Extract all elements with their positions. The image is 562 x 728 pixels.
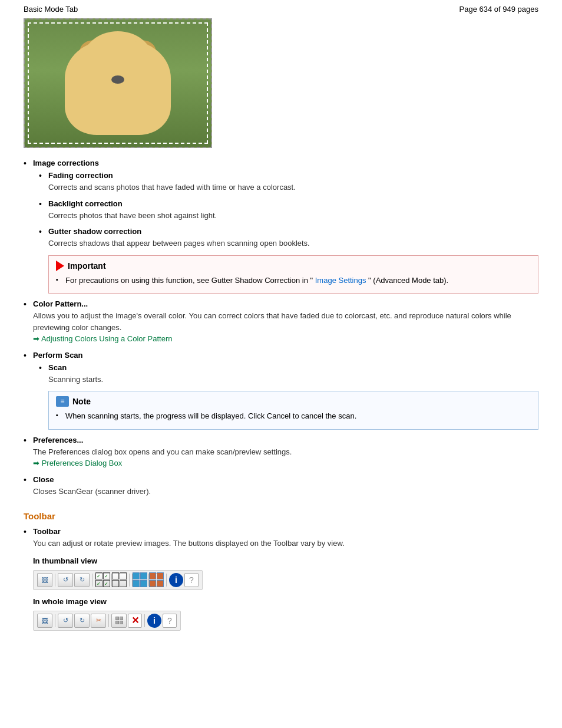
color-pattern-desc: Allows you to adjust the image's overall… bbox=[33, 310, 538, 345]
close-label: Close bbox=[33, 475, 54, 484]
color-pattern-item: Color Pattern... Allows you to adjust th… bbox=[24, 299, 538, 345]
tb-wi-sep-1 bbox=[55, 614, 55, 627]
thumbnail-view-label: In thumbnail view bbox=[33, 556, 538, 565]
toolbar-item: Toolbar You can adjust or rotate preview… bbox=[24, 527, 538, 631]
perform-scan-label: Perform Scan bbox=[33, 351, 83, 360]
tb-sep-4 bbox=[166, 574, 167, 587]
close-desc: Closes ScanGear (scanner driver). bbox=[33, 486, 538, 498]
preferences-label: Preferences... bbox=[33, 436, 83, 444]
tb-sep-2 bbox=[92, 574, 92, 587]
tb-wi-help-btn[interactable]: ? bbox=[163, 614, 177, 628]
scan-desc: Scanning starts. bbox=[48, 374, 538, 386]
gutter-correction-item: Gutter shadow correction Corrects shadow… bbox=[39, 227, 538, 294]
note-box: Note When scanning starts, the progress … bbox=[48, 391, 538, 430]
page-number: Page 634 of 949 pages bbox=[459, 5, 538, 14]
tb-help-btn[interactable]: ? bbox=[184, 573, 199, 587]
fading-desc: Corrects and scans photos that have fade… bbox=[48, 182, 538, 193]
fading-correction-item: Fading correction Corrects and scans pho… bbox=[39, 171, 538, 193]
preferences-item: Preferences... The Preferences dialog bo… bbox=[24, 436, 538, 469]
selection-border bbox=[28, 22, 208, 144]
image-corrections-label: Image corrections bbox=[33, 159, 99, 167]
tb-sep-3 bbox=[129, 574, 130, 587]
backlight-label: Backlight correction bbox=[48, 199, 123, 208]
backlight-correction-item: Backlight correction Corrects photos tha… bbox=[39, 199, 538, 222]
tb-wi-delete-btn[interactable]: ✕ bbox=[128, 614, 142, 628]
tb-wi-grid-btn[interactable] bbox=[111, 614, 127, 628]
main-list: Image corrections Fading correction Corr… bbox=[24, 159, 538, 497]
preferences-desc: The Preferences dialog box opens and you… bbox=[33, 446, 538, 469]
important-text-after: " (Advanced Mode tab). bbox=[368, 276, 448, 285]
tb-wi-scan-btn[interactable]: 🖼 bbox=[37, 614, 52, 628]
tb-sep-1 bbox=[55, 574, 55, 587]
backlight-desc: Corrects photos that have been shot agai… bbox=[48, 210, 538, 222]
dog-preview-image bbox=[24, 18, 212, 148]
important-header: Important bbox=[56, 261, 531, 271]
toolbar-desc: You can adjust or rotate preview images.… bbox=[33, 538, 538, 549]
tb-wi-rotate-left-btn[interactable]: ↺ bbox=[58, 614, 73, 628]
tb-select-frames2-btn[interactable] bbox=[148, 573, 164, 587]
scan-item: Scan Scanning starts. Note When scanning… bbox=[39, 363, 538, 430]
toolbar-list: Toolbar You can adjust or rotate preview… bbox=[24, 527, 538, 631]
note-item: When scanning starts, the progress will … bbox=[56, 410, 531, 422]
image-corrections-sublist: Fading correction Corrects and scans pho… bbox=[39, 171, 538, 294]
tb-scan-all-btn[interactable]: 🖼 bbox=[37, 573, 52, 587]
tb-uncheck-all-btn[interactable] bbox=[111, 573, 127, 587]
scan-label: Scan bbox=[48, 363, 67, 372]
toolbar-label: Toolbar bbox=[33, 527, 61, 536]
toolbar-section-title: Toolbar bbox=[24, 511, 538, 521]
tb-wi-crop-btn[interactable]: ✂ bbox=[91, 614, 106, 628]
gutter-label: Gutter shadow correction bbox=[48, 227, 141, 236]
note-header: Note bbox=[56, 396, 531, 407]
color-pattern-link[interactable]: ➡ Adjusting Colors Using a Color Pattern bbox=[33, 334, 172, 343]
fading-label: Fading correction bbox=[48, 171, 113, 180]
tb-check-all-btn[interactable] bbox=[95, 573, 110, 587]
image-settings-link[interactable]: Image Settings bbox=[315, 276, 366, 285]
important-arrow-icon bbox=[56, 261, 64, 271]
note-icon bbox=[56, 396, 69, 407]
important-box: Important For precautions on using this … bbox=[48, 255, 538, 294]
preferences-link[interactable]: ➡ Preferences Dialog Box bbox=[33, 459, 122, 467]
tb-select-frames-btn[interactable] bbox=[132, 573, 147, 587]
tb-wi-sep-3 bbox=[144, 614, 145, 627]
thumbnail-toolbar: 🖼 ↺ ↻ bbox=[33, 570, 203, 590]
important-item: For precautions on using this function, … bbox=[56, 275, 531, 286]
chapter-title: Basic Mode Tab bbox=[24, 5, 78, 14]
perform-scan-item: Perform Scan Scan Scanning starts. Note … bbox=[24, 351, 538, 430]
tb-rotate-left-btn[interactable]: ↺ bbox=[58, 573, 73, 587]
tb-wi-rotate-right-btn[interactable]: ↻ bbox=[74, 614, 90, 628]
tb-wi-info-btn[interactable]: i bbox=[147, 614, 161, 628]
image-corrections-item: Image corrections Fading correction Corr… bbox=[24, 159, 538, 294]
important-text-before: For precautions on using this function, … bbox=[65, 276, 313, 285]
color-pattern-label: Color Pattern... bbox=[33, 299, 88, 308]
tb-wi-sep-2 bbox=[108, 614, 109, 627]
perform-scan-sublist: Scan Scanning starts. Note When scanning… bbox=[39, 363, 538, 430]
tb-rotate-right-btn[interactable]: ↻ bbox=[74, 573, 90, 587]
whole-image-view-label: In whole image view bbox=[33, 597, 538, 606]
close-item: Close Closes ScanGear (scanner driver). bbox=[24, 475, 538, 498]
gutter-desc: Corrects shadows that appear between pag… bbox=[48, 238, 538, 249]
main-content: Image corrections Fading correction Corr… bbox=[0, 18, 562, 661]
whole-image-toolbar: 🖼 ↺ ↻ ✂ bbox=[33, 611, 181, 631]
page-header: Basic Mode Tab Page 634 of 949 pages bbox=[0, 0, 562, 18]
important-title: Important bbox=[68, 261, 106, 271]
tb-info-btn[interactable]: i bbox=[169, 573, 183, 587]
note-title: Note bbox=[72, 397, 91, 406]
